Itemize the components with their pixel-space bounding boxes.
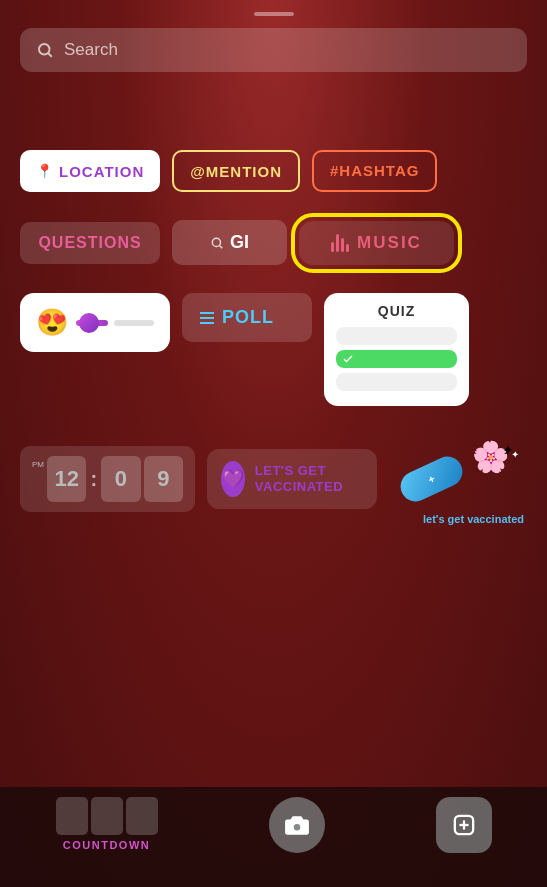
emoji-slider-sticker[interactable]: 😍 [20, 293, 170, 352]
search-bar[interactable] [20, 28, 527, 72]
music-highlight-circle [291, 213, 462, 273]
quiz-sticker[interactable]: QUIZ [324, 293, 469, 406]
countdown-label: COUNTDOWN [63, 839, 150, 851]
clock-minutes: 0 [101, 456, 140, 502]
svg-line-1 [48, 53, 51, 56]
countdown-digit-2 [91, 797, 123, 835]
mention-sticker[interactable]: @MENTION [172, 150, 300, 192]
hashtag-sticker[interactable]: #HASHTAG [312, 150, 437, 192]
search-icon-small [210, 236, 224, 250]
quiz-option-1 [336, 327, 457, 345]
clock-seconds: 9 [144, 456, 183, 502]
clock-sticker[interactable]: PM 12 : 0 9 [20, 446, 195, 512]
poll-sticker[interactable]: POLL [182, 293, 312, 342]
quiz-option-3 [336, 373, 457, 391]
sticker-row-4: PM 12 : 0 9 💜 LET'S GET VACCINATED 🌸 + ✦… [20, 434, 527, 524]
questions-sticker[interactable]: QUESTIONS [20, 222, 160, 264]
stickers-area: 📍 LOCATION @MENTION #HASHTAG QUESTIONS G… [20, 90, 527, 524]
clock-ampm: PM [32, 460, 44, 469]
camera-button[interactable] [269, 797, 325, 853]
vaccine-heart-icon: 💜 [221, 461, 245, 497]
vaccine-art-sticker[interactable]: 🌸 + ✦ ✦ let's get vaccinated [389, 434, 519, 524]
slider-remaining [114, 320, 154, 326]
location-icon: 📍 [36, 163, 53, 179]
search-input[interactable] [64, 40, 511, 60]
quiz-title: QUIZ [336, 303, 457, 319]
add-icon[interactable] [436, 797, 492, 853]
search-icon [36, 41, 54, 59]
add-svg-icon [453, 814, 475, 836]
location-label: LOCATION [59, 163, 144, 180]
add-button[interactable] [436, 797, 492, 853]
gif-sticker[interactable]: GI [172, 220, 287, 265]
countdown-item[interactable]: COUNTDOWN [56, 797, 158, 851]
svg-point-4 [293, 824, 300, 831]
mention-label: @MENTION [190, 163, 282, 180]
vaccinated-sticker[interactable]: 💜 LET'S GET VACCINATED [207, 449, 377, 509]
checkmark-icon [342, 353, 354, 365]
vaccinated-label: LET'S GET VACCINATED [255, 463, 363, 494]
camera-icon[interactable] [269, 797, 325, 853]
vaccine-art-caption: let's get vaccinated [423, 513, 524, 526]
music-sticker[interactable]: MUSIC [299, 221, 454, 265]
sticker-row-2: QUESTIONS GI MUSIC [20, 220, 527, 265]
quiz-option-correct [336, 350, 457, 368]
countdown-preview [56, 797, 158, 835]
clock-colon-1: : [90, 468, 97, 491]
svg-point-2 [212, 238, 220, 246]
hashtag-label: #HASHTAG [330, 162, 419, 179]
drag-handle [254, 12, 294, 16]
camera-svg-icon [284, 814, 310, 836]
emoji-face: 😍 [36, 307, 68, 338]
poll-icon [200, 312, 214, 324]
emoji-slider-track [76, 320, 154, 326]
countdown-digit-3 [126, 797, 158, 835]
svg-line-3 [220, 245, 223, 248]
countdown-digit-1 [56, 797, 88, 835]
clock-hours: 12 [47, 456, 86, 502]
poll-label: POLL [222, 307, 274, 328]
sticker-row-3: 😍 POLL QUIZ [20, 293, 527, 406]
vaccine-art-inner: 🌸 + ✦ ✦ let's get vaccinated [389, 434, 519, 524]
sticker-row-1: 📍 LOCATION @MENTION #HASHTAG [20, 150, 527, 192]
location-sticker[interactable]: 📍 LOCATION [20, 150, 160, 192]
svg-point-0 [39, 44, 50, 55]
gif-label: GI [230, 232, 249, 253]
questions-label: QUESTIONS [38, 234, 141, 252]
bottom-bar: COUNTDOWN [0, 787, 547, 887]
